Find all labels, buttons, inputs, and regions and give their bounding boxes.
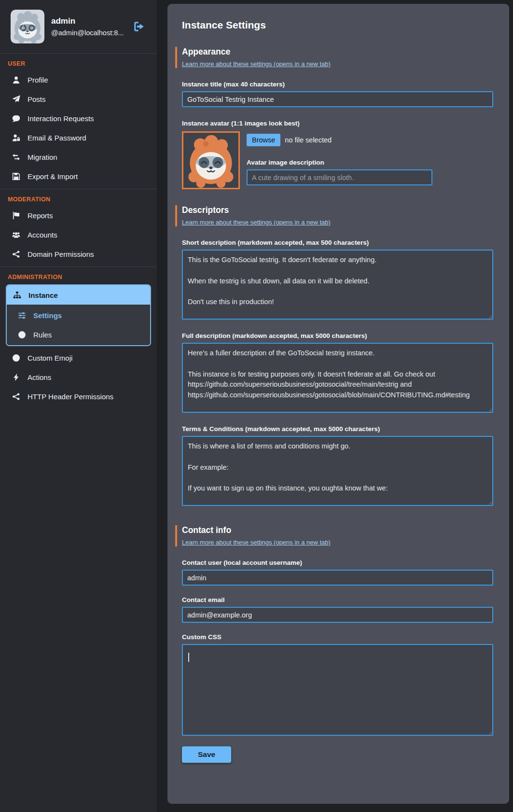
- sidebar-item-migration[interactable]: Migration: [0, 147, 157, 167]
- user-lock-icon: [12, 133, 20, 142]
- terms-label: Terms & Conditions (markdown accepted, m…: [182, 425, 493, 433]
- users-icon: [12, 230, 20, 239]
- custom-css-field: Custom CSS: [182, 633, 493, 736]
- sidebar-item-label: Export & Import: [28, 172, 78, 181]
- sidebar-item-posts[interactable]: Posts: [0, 89, 157, 109]
- sidebar-item-email-password[interactable]: Email & Password: [0, 128, 157, 147]
- sidebar-item-export-import[interactable]: Export & Import: [0, 167, 157, 186]
- browse-button[interactable]: Browse: [247, 134, 280, 146]
- sitemap-icon: [13, 291, 21, 299]
- swap-arrows-icon: [12, 153, 20, 161]
- sidebar-section-user: USER Profile Posts Interaction Requests …: [0, 53, 157, 186]
- sidebar-section-user-label: USER: [0, 56, 157, 70]
- sidebar-item-profile[interactable]: Profile: [0, 70, 157, 89]
- sidebar-item-instance-rules[interactable]: Rules: [7, 325, 150, 344]
- sidebar-item-domain-permissions[interactable]: Domain Permissions: [0, 244, 157, 264]
- user-meta: admin @admin@localhost:8...: [51, 16, 125, 37]
- page-title: Instance Settings: [182, 4, 493, 31]
- comment-dots-icon: [12, 114, 20, 123]
- contact-user-field: Contact user (local account username): [182, 559, 493, 586]
- instance-avatar-label: Instance avatar (1:1 images look best): [182, 120, 493, 127]
- file-status-text: no file selected: [285, 136, 332, 144]
- sidebar-section-administration-label: ADMINISTRATION: [0, 269, 157, 283]
- descriptors-section-header: Descriptors Learn more about these setti…: [175, 205, 493, 226]
- contact-section-header: Contact info Learn more about these sett…: [175, 525, 493, 546]
- sidebar-item-label: Rules: [33, 331, 52, 339]
- sidebar-item-label: Domain Permissions: [28, 250, 94, 258]
- short-description-field: Short description (markdown accepted, ma…: [182, 239, 493, 320]
- instance-title-label: Instance title (max 40 characters): [182, 81, 493, 88]
- sidebar-item-label: Email & Password: [28, 134, 86, 142]
- sidebar-item-label: Posts: [28, 95, 46, 103]
- full-description-field: Full description (markdown accepted, max…: [182, 332, 493, 413]
- sidebar-section-moderation-label: MODERATION: [0, 191, 157, 206]
- instance-title-field: Instance title (max 40 characters): [182, 81, 493, 107]
- short-description-textarea[interactable]: This is the GoToSocial testrig. It doesn…: [182, 250, 493, 320]
- contact-docs-link[interactable]: Learn more about these settings (opens i…: [182, 539, 331, 546]
- user-avatar: [11, 10, 44, 43]
- contact-user-label: Contact user (local account username): [182, 559, 493, 566]
- save-button[interactable]: Save: [182, 746, 231, 763]
- sidebar-section-administration: ADMINISTRATION Instance Settings Rules C…: [0, 266, 157, 406]
- contact-email-field: Contact email: [182, 596, 493, 623]
- sidebar-item-label: Reports: [28, 211, 53, 220]
- username: admin: [51, 16, 125, 26]
- full-description-label: Full description (markdown accepted, max…: [182, 332, 493, 339]
- sidebar-item-custom-emoji[interactable]: Custom Emoji: [0, 348, 157, 367]
- contact-heading: Contact info: [182, 525, 493, 535]
- sidebar-item-label: Accounts: [28, 231, 57, 239]
- sidebar-item-label: Settings: [33, 311, 62, 320]
- sidebar-item-label: Instance: [28, 291, 58, 299]
- text-cursor: [188, 653, 189, 662]
- custom-css-label: Custom CSS: [182, 633, 493, 641]
- sidebar-item-label: Custom Emoji: [28, 354, 72, 362]
- instance-title-input[interactable]: [182, 91, 493, 107]
- share-nodes-icon: [12, 392, 20, 401]
- terms-field: Terms & Conditions (markdown accepted, m…: [182, 425, 493, 506]
- instance-settings-panel: Instance Settings Appearance Learn more …: [167, 4, 509, 804]
- sidebar-item-http-header-permissions[interactable]: HTTP Header Permissions: [0, 387, 157, 406]
- descriptors-heading: Descriptors: [182, 205, 493, 215]
- logout-button[interactable]: [132, 19, 146, 34]
- sidebar-item-instance[interactable]: Instance: [7, 285, 150, 305]
- custom-css-textarea[interactable]: [182, 644, 493, 736]
- user-icon: [12, 75, 20, 84]
- sidebar-item-instance-settings[interactable]: Settings: [7, 306, 150, 325]
- contact-email-input[interactable]: [182, 607, 493, 623]
- appearance-heading: Appearance: [182, 47, 493, 57]
- logout-icon: [133, 20, 145, 33]
- avatar-description-label: Avatar image description: [247, 159, 493, 166]
- descriptors-docs-link[interactable]: Learn more about these settings (opens i…: [182, 219, 331, 226]
- avatar-description-input[interactable]: [247, 169, 432, 185]
- flag-icon: [12, 211, 20, 220]
- sidebar-item-label: Interaction Requests: [28, 114, 94, 123]
- instance-submenu: Settings Rules: [7, 305, 150, 345]
- sidebar-item-reports[interactable]: Reports: [0, 206, 157, 225]
- floppy-disk-icon: [12, 172, 20, 181]
- bolt-icon: [12, 373, 20, 381]
- sidebar-item-interaction-requests[interactable]: Interaction Requests: [0, 109, 157, 128]
- appearance-docs-link[interactable]: Learn more about these settings (opens i…: [182, 60, 331, 68]
- terms-textarea[interactable]: This is where a list of terms and condit…: [182, 436, 493, 506]
- user-card: admin @admin@localhost:8...: [0, 0, 157, 53]
- contact-user-input[interactable]: [182, 570, 493, 586]
- sliders-icon: [17, 311, 26, 320]
- sidebar-section-moderation: MODERATION Reports Accounts Domain Permi…: [0, 189, 157, 264]
- sidebar-item-label: Profile: [28, 76, 48, 84]
- instance-nav-block: Instance Settings Rules: [6, 284, 151, 346]
- smiley-icon: [12, 353, 20, 362]
- short-description-label: Short description (markdown accepted, ma…: [182, 239, 493, 246]
- sidebar-item-actions[interactable]: Actions: [0, 367, 157, 387]
- sidebar-item-accounts[interactable]: Accounts: [0, 225, 157, 244]
- sidebar-item-label: Migration: [28, 153, 57, 161]
- circle-dot-icon: [17, 330, 26, 339]
- sidebar-item-label: Actions: [28, 373, 51, 381]
- user-handle: @admin@localhost:8...: [51, 29, 125, 37]
- appearance-section-header: Appearance Learn more about these settin…: [175, 47, 493, 68]
- full-description-textarea[interactable]: Here's a fuller description of the GoToS…: [182, 343, 493, 413]
- sidebar-item-label: HTTP Header Permissions: [28, 392, 113, 401]
- share-nodes-icon: [12, 250, 20, 258]
- instance-avatar-preview: [182, 131, 240, 189]
- contact-email-label: Contact email: [182, 596, 493, 603]
- paper-plane-icon: [12, 95, 20, 103]
